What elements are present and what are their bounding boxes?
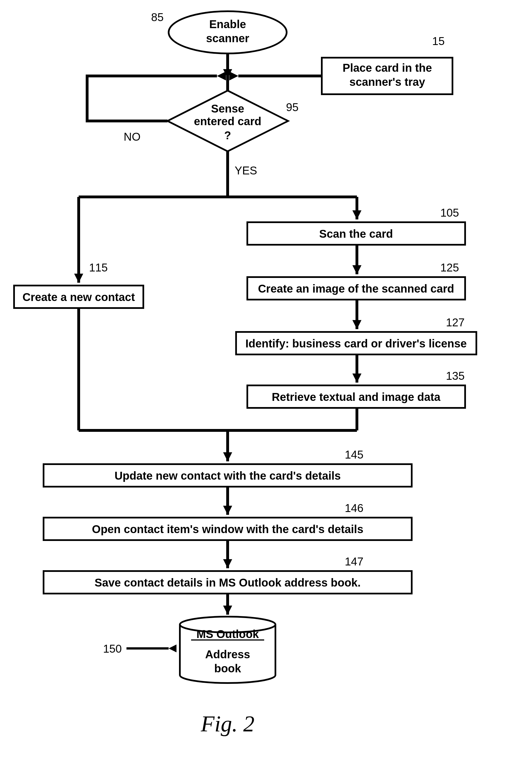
svg-text:Sense: Sense (211, 103, 244, 115)
ref-145: 145 (345, 448, 364, 461)
svg-text:147: 147 (345, 555, 364, 568)
ref-85: 85 (151, 11, 164, 23)
node-150-line2: Address (205, 648, 250, 660)
svg-text:15: 15 (432, 35, 445, 47)
node-85-line2: scanner (206, 32, 249, 45)
svg-text:scanner: scanner (206, 32, 249, 45)
ref-147: 147 (345, 555, 364, 568)
svg-marker-22 (74, 274, 83, 283)
figure-label: Fig. 2 (200, 712, 254, 736)
ref-146: 146 (345, 502, 364, 514)
svg-marker-24 (352, 210, 361, 220)
node-15-line2: scanner's tray (349, 76, 425, 88)
node-135-line1: Retrieve textual and image data (272, 391, 441, 403)
ref-95: 95 (286, 101, 299, 113)
svg-text:95: 95 (286, 101, 299, 113)
svg-marker-45 (223, 452, 232, 461)
ref-127: 127 (446, 316, 465, 329)
svg-marker-28 (352, 265, 361, 274)
ref-115: 115 (89, 261, 108, 274)
node-125-line1: Create an image of the scanned card (258, 283, 454, 295)
svg-text:scanner's tray: scanner's tray (349, 76, 425, 88)
svg-text:YES: YES (235, 164, 257, 177)
svg-text:NO: NO (124, 131, 141, 143)
svg-text:book: book (214, 662, 241, 675)
svg-marker-57 (223, 606, 232, 615)
svg-text:entered card: entered card (194, 115, 261, 128)
svg-text:105: 105 (440, 206, 459, 219)
svg-text:146: 146 (345, 502, 364, 514)
svg-text:145: 145 (345, 448, 364, 461)
ref-135: 135 (446, 370, 465, 382)
svg-marker-49 (223, 506, 232, 515)
node-127-line1: Identify: business card or driver's lice… (245, 337, 467, 350)
node-150-line1: MS Outlook (196, 628, 259, 640)
flowchart-diagram: Enable scanner 85 Place card in the scan… (0, 0, 532, 757)
svg-text:Create a new contact: Create a new contact (22, 291, 135, 303)
node-115-line1: Create a new contact (22, 291, 135, 303)
svg-text:Address: Address (205, 648, 250, 660)
node-150-line3: book (214, 662, 241, 675)
node-95-line1: Sense (211, 103, 244, 115)
svg-marker-67 (169, 645, 177, 652)
label-no: NO (124, 131, 141, 143)
svg-text:85: 85 (151, 11, 164, 23)
svg-text:Create an image of the scanned: Create an image of the scanned card (258, 283, 454, 295)
ref-150: 150 (103, 643, 122, 655)
node-95-line2: entered card (194, 115, 261, 128)
svg-text:135: 135 (446, 370, 465, 382)
node-105-line1: Scan the card (319, 227, 393, 240)
svg-marker-11 (217, 72, 226, 80)
svg-text:Fig. 2: Fig. 2 (200, 712, 254, 736)
node-147-line1: Save contact details in MS Outlook addre… (95, 576, 361, 589)
node-85-line1: Enable (209, 18, 246, 30)
svg-text:Open contact item's window wit: Open contact item's window with the card… (92, 523, 363, 535)
svg-text:125: 125 (440, 261, 459, 274)
svg-marker-32 (352, 320, 361, 329)
ref-105: 105 (440, 206, 459, 219)
ref-125: 125 (440, 261, 459, 274)
node-146-line1: Open contact item's window with the card… (92, 523, 363, 535)
svg-text:Save contact details in MS Out: Save contact details in MS Outlook addre… (95, 576, 361, 589)
node-95-line3: ? (224, 129, 231, 141)
node-145-line1: Update new contact with the card's detai… (114, 469, 341, 482)
svg-text:150: 150 (103, 643, 122, 655)
svg-text:127: 127 (446, 316, 465, 329)
svg-marker-36 (352, 374, 361, 382)
svg-text:Identify: business card or dri: Identify: business card or driver's lice… (245, 337, 467, 350)
svg-text:115: 115 (89, 261, 108, 274)
svg-text:Scan the card: Scan the card (319, 227, 393, 240)
node-15-line1: Place card in the (343, 62, 432, 74)
svg-marker-53 (223, 559, 232, 568)
svg-text:Place card in the: Place card in the (343, 62, 432, 74)
label-yes: YES (235, 164, 257, 177)
svg-text:?: ? (224, 129, 231, 141)
svg-text:MS Outlook: MS Outlook (196, 628, 259, 640)
ref-15: 15 (432, 35, 445, 47)
svg-marker-10 (229, 72, 238, 80)
svg-text:Update new contact with the ca: Update new contact with the card's detai… (114, 469, 341, 482)
svg-text:Enable: Enable (209, 18, 246, 30)
svg-text:Retrieve textual and image dat: Retrieve textual and image data (272, 391, 441, 403)
